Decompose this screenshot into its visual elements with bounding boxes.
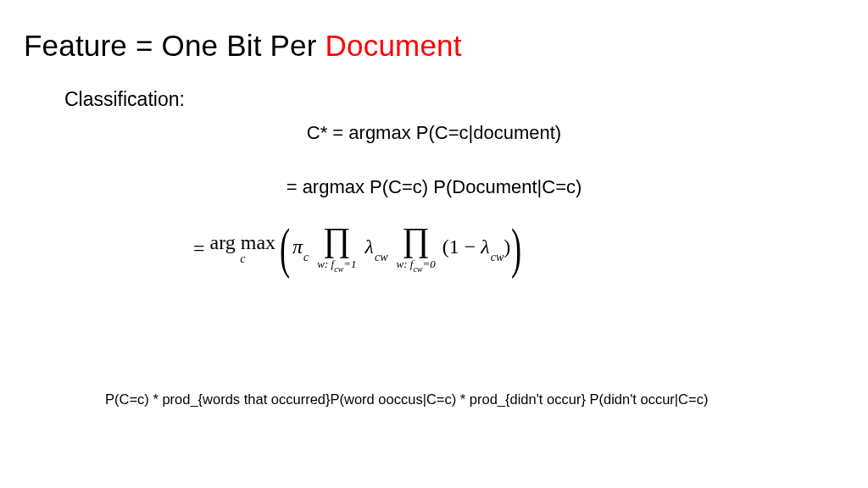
product-block-2: ∏ w: fcw=0	[397, 225, 436, 273]
slide-title: Feature = One Bit Per Document	[24, 29, 462, 63]
equation-row: = arg max c ( πc ∏ w: fcw=1 λcw ∏	[193, 220, 520, 276]
pi-subscript: c	[303, 251, 309, 263]
argmax-subscript: c	[240, 253, 245, 265]
slide: Feature = One Bit Per Document Classific…	[0, 0, 868, 488]
argmax-operator: arg max c	[210, 232, 276, 265]
title-prefix: Feature = One Bit Per	[24, 29, 326, 62]
equals-sign: =	[193, 237, 205, 260]
product-symbol-2: ∏	[402, 225, 430, 255]
equation-line-1: C* = argmax P(C=c|document)	[0, 122, 868, 144]
product-block-1: ∏ w: fcw=1	[317, 225, 356, 273]
lambda-subscript-1: cw	[375, 251, 388, 263]
product-subscript-1: w: fcw=1	[317, 258, 356, 273]
one-minus-lambda: (1 − λcw)	[441, 236, 513, 262]
equation-line-2: = argmax P(C=c) P(Document|C=c)	[0, 176, 868, 198]
footnote-text: P(C=c) * prod_{words that occurred}P(wor…	[105, 391, 708, 408]
product-subscript-2: w: fcw=0	[397, 258, 436, 273]
pi-symbol: π	[292, 236, 303, 258]
classification-heading: Classification:	[64, 88, 185, 111]
right-paren: )	[511, 220, 521, 276]
argmax-text: arg max	[210, 232, 276, 252]
lambda-symbol-1: λ	[365, 236, 374, 258]
title-emphasis: Document	[326, 29, 462, 62]
pi-term: πc	[289, 236, 312, 262]
product-symbol-1: ∏	[323, 225, 351, 255]
lambda-term-1: λcw	[362, 236, 392, 262]
typeset-equation: = arg max c ( πc ∏ w: fcw=1 λcw ∏	[193, 220, 520, 276]
